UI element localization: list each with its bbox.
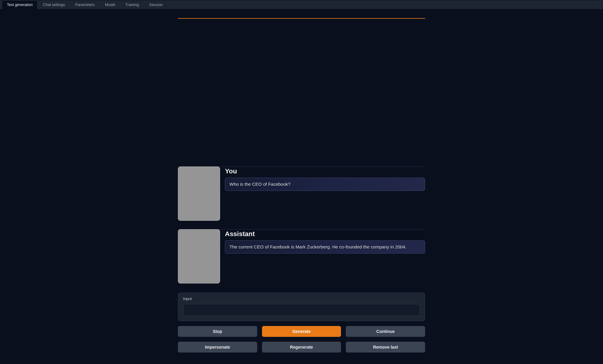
impersonate-button[interactable]: Impersonate xyxy=(178,342,257,353)
tab-chat-settings[interactable]: Chat settings xyxy=(38,0,70,9)
input-field[interactable] xyxy=(183,304,420,316)
tab-text-generation[interactable]: Text generation xyxy=(2,0,38,9)
remove-last-button[interactable]: Remove last xyxy=(346,342,425,353)
tab-bar: Text generation Chat settings Parameters… xyxy=(0,0,603,9)
stop-button[interactable]: Stop xyxy=(178,326,257,337)
message-row-assistant: Assistant The current CEO of Facebook is… xyxy=(178,229,425,283)
tab-model[interactable]: Model xyxy=(100,0,120,9)
chat-area: You Who is the CEO of Facebook? Assistan… xyxy=(178,19,425,283)
tab-parameters[interactable]: Parameters xyxy=(70,0,100,9)
avatar-assistant xyxy=(178,229,220,283)
content: You Who is the CEO of Facebook? Assistan… xyxy=(0,18,603,353)
input-panel: Input xyxy=(178,293,425,321)
message-row-user: You Who is the CEO of Facebook? xyxy=(178,166,425,221)
input-label: Input xyxy=(183,296,420,301)
speaker-name-user: You xyxy=(225,167,425,175)
regenerate-button[interactable]: Regenerate xyxy=(262,342,341,353)
message-body-assistant: Assistant The current CEO of Facebook is… xyxy=(225,229,425,283)
speaker-name-assistant: Assistant xyxy=(225,230,425,238)
avatar-user xyxy=(178,166,220,221)
tab-session[interactable]: Session xyxy=(144,0,168,9)
generate-button[interactable]: Generate xyxy=(262,326,341,337)
input-section: Input Stop Generate Continue Impersonate… xyxy=(178,293,425,353)
message-text-user: Who is the CEO of Facebook? xyxy=(225,178,425,191)
button-row-1: Stop Generate Continue Impersonate Regen… xyxy=(178,326,425,353)
tab-training[interactable]: Training xyxy=(120,0,144,9)
message-body-user: You Who is the CEO of Facebook? xyxy=(225,167,425,221)
message-text-assistant: The current CEO of Facebook is Mark Zuck… xyxy=(225,240,425,254)
continue-button[interactable]: Continue xyxy=(346,326,425,337)
